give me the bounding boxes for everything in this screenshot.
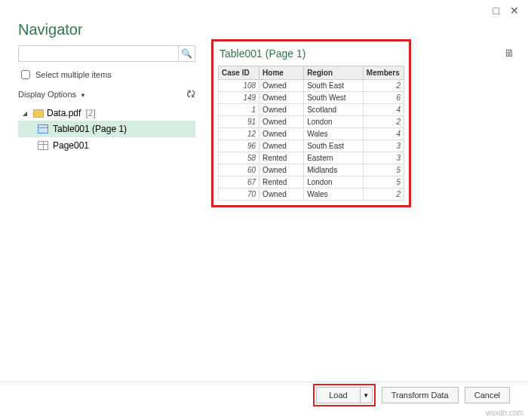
col-home[interactable]: Home (259, 66, 304, 80)
table-row[interactable]: 108OwnedSouth East2 (219, 80, 404, 92)
search-box: 🔍 (18, 45, 195, 62)
page-title: Navigator (18, 21, 83, 38)
table-row[interactable]: 67RentedLondon5 (219, 176, 404, 189)
cell-region: South East (304, 140, 364, 152)
nav-tree: ◢ Data.pdf [2] Table001 (Page 1) Page001 (18, 106, 195, 154)
tree-item-table-label: Table001 (Page 1) (53, 124, 127, 134)
cell-case-id: 58 (219, 152, 259, 164)
cell-case-id: 91 (219, 116, 259, 128)
table-row[interactable]: 58RentedEastern3 (219, 152, 404, 164)
display-options[interactable]: Display Options ▼ 🗘 (18, 89, 195, 100)
select-multiple-input[interactable] (21, 70, 30, 79)
table-header-row: Case ID Home Region Members (219, 66, 404, 80)
table-row[interactable]: 91OwnedLondon2 (219, 116, 404, 128)
table-row[interactable]: 70OwnedWales2 (219, 189, 404, 201)
cell-case-id: 1 (219, 104, 259, 116)
cell-home: Owned (259, 92, 304, 104)
display-options-label: Display Options (18, 90, 76, 99)
cell-case-id: 12 (219, 128, 259, 140)
cell-home: Rented (259, 176, 304, 189)
cell-members: 2 (363, 80, 404, 92)
table-row[interactable]: 96OwnedSouth East3 (219, 140, 404, 152)
cell-region: Wales (304, 128, 364, 140)
cell-region: Midlands (304, 164, 364, 176)
cell-case-id: 60 (219, 164, 259, 176)
cell-region: Wales (304, 189, 364, 201)
select-multiple-checkbox[interactable]: Select multiple items (18, 68, 195, 81)
cell-home: Owned (259, 80, 304, 92)
cell-home: Owned (259, 104, 304, 116)
table-row[interactable]: 12OwnedWales4 (219, 128, 404, 140)
cell-members: 6 (363, 92, 404, 104)
tree-root-label: Data.pdf (47, 108, 81, 118)
cell-members: 5 (363, 164, 404, 176)
cell-home: Owned (259, 164, 304, 176)
chevron-down-icon: ▼ (80, 92, 86, 99)
preview-panel: Table001 (Page 1) Case ID Home Region Me… (211, 39, 411, 207)
col-region[interactable]: Region (304, 66, 364, 80)
cell-region: London (304, 176, 364, 189)
cell-case-id: 96 (219, 140, 259, 152)
cell-region: South East (304, 80, 364, 92)
page-icon (38, 141, 48, 150)
cell-members: 2 (363, 116, 404, 128)
col-case-id[interactable]: Case ID (219, 66, 259, 80)
cell-members: 5 (363, 176, 404, 189)
load-button-group: Load ▼ (313, 384, 375, 406)
select-multiple-label: Select multiple items (35, 70, 112, 79)
cell-members: 3 (363, 152, 404, 164)
cell-home: Owned (259, 189, 304, 201)
cell-members: 4 (363, 128, 404, 140)
cell-home: Owned (259, 116, 304, 128)
close-icon[interactable]: ✕ (510, 5, 519, 17)
cell-case-id: 149 (219, 92, 259, 104)
table-row[interactable]: 149OwnedSouth West6 (219, 92, 404, 104)
table-row[interactable]: 60OwnedMidlands5 (219, 164, 404, 176)
cell-home: Owned (259, 128, 304, 140)
tree-item-page-label: Page001 (53, 140, 89, 151)
preview-title: Table001 (Page 1) (219, 48, 404, 60)
tree-root-datapdf[interactable]: ◢ Data.pdf [2] (18, 106, 195, 121)
navigator-panel: 🔍 Select multiple items Display Options … (18, 45, 195, 154)
cell-members: 2 (363, 189, 404, 201)
search-icon[interactable]: 🔍 (178, 46, 195, 61)
tree-item-table001[interactable]: Table001 (Page 1) (18, 121, 195, 137)
cell-case-id: 67 (219, 176, 259, 189)
load-dropdown-icon[interactable]: ▼ (361, 387, 373, 403)
cell-home: Rented (259, 152, 304, 164)
watermark: wsxdn.com (486, 409, 523, 417)
footer-divider (0, 382, 528, 382)
cell-region: Scotland (304, 104, 364, 116)
cell-region: London (304, 116, 364, 128)
maximize-icon[interactable]: □ (493, 5, 499, 17)
preview-table: Case ID Home Region Members 108OwnedSout… (218, 66, 404, 201)
table-row[interactable]: 1OwnedScotland4 (219, 104, 404, 116)
col-members[interactable]: Members (363, 66, 404, 80)
refresh-icon[interactable]: 🗘 (186, 89, 195, 100)
transform-data-button[interactable]: Transform Data (382, 387, 459, 403)
footer-buttons: Load ▼ Transform Data Cancel (313, 384, 510, 406)
window-controls: □ ✕ (493, 5, 519, 17)
folder-icon (33, 109, 44, 118)
search-input[interactable] (19, 46, 178, 61)
cell-case-id: 108 (219, 80, 259, 92)
cell-region: South West (304, 92, 364, 104)
cell-region: Eastern (304, 152, 364, 164)
table-icon (38, 124, 48, 133)
cancel-button[interactable]: Cancel (465, 387, 510, 403)
tree-item-page001[interactable]: Page001 (18, 137, 195, 154)
tree-root-count: [2] (85, 108, 95, 118)
cell-home: Owned (259, 140, 304, 152)
collapse-icon[interactable]: ◢ (23, 110, 30, 117)
cell-members: 4 (363, 104, 404, 116)
cell-members: 3 (363, 140, 404, 152)
cell-case-id: 70 (219, 189, 259, 201)
load-button[interactable]: Load (316, 387, 360, 403)
preview-mode-icon[interactable]: 🗎 (504, 47, 514, 59)
